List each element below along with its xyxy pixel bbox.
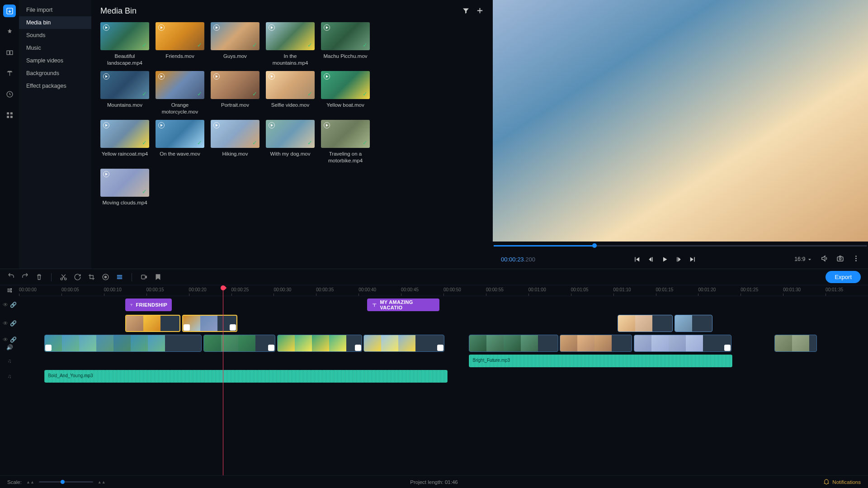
media-item[interactable]: ✓Hiking.mov xyxy=(211,120,259,164)
audio-track-1[interactable]: Bright_Future.mp3 xyxy=(19,353,868,369)
overlay-clip[interactable] xyxy=(125,315,180,332)
preview-menu-icon[interactable] xyxy=(852,255,860,264)
video-clip[interactable] xyxy=(774,335,817,352)
filter-icon[interactable] xyxy=(462,7,470,16)
more-icon[interactable] xyxy=(3,109,16,121)
track-margin: 👁🔗 👁🔗 👁🔗🔊 ♫ ♫ xyxy=(0,285,19,475)
title-track-visible-icon[interactable]: 👁 xyxy=(3,302,8,308)
sidebar-item-effect-packages[interactable]: Effect packages xyxy=(19,80,91,92)
media-item[interactable]: ✓Moving clouds.mp4 xyxy=(100,169,149,206)
history-icon[interactable] xyxy=(3,88,16,100)
overlay-clip[interactable] xyxy=(618,315,673,332)
snapshot-icon[interactable] xyxy=(836,255,844,264)
title-track-lock-icon[interactable]: 🔗 xyxy=(10,302,17,308)
sidebar-item-sounds[interactable]: Sounds xyxy=(19,29,91,42)
timeline-ruler[interactable]: 00:00:0000:00:0500:00:1000:00:1500:00:20… xyxy=(19,285,868,296)
volume-icon[interactable] xyxy=(821,255,828,264)
svg-point-9 xyxy=(839,258,841,260)
preview-panel: 00:00:23.200 16:9 xyxy=(493,0,868,269)
media-item[interactable]: ✓Yellow boat.mov xyxy=(321,71,370,115)
media-item[interactable]: ✓In the mountains.mp4 xyxy=(266,22,315,66)
overlay-track-visible-icon[interactable]: 👁 xyxy=(3,320,8,327)
crop-icon[interactable] xyxy=(88,273,95,281)
delete-icon[interactable] xyxy=(35,273,43,281)
overlay-track-lock-icon[interactable]: 🔗 xyxy=(10,320,17,327)
title-clip[interactable]: MY AMAZING VACATIO xyxy=(367,298,439,311)
zoom-in-icon[interactable]: ▲▲ xyxy=(98,480,106,484)
audio2-track-mute-icon[interactable]: ♫ xyxy=(8,373,12,379)
overlay-clip[interactable] xyxy=(675,315,713,332)
svg-point-18 xyxy=(10,288,11,289)
step-back-icon[interactable] xyxy=(647,256,655,263)
sidebar-item-file-import[interactable]: File import xyxy=(19,4,91,16)
video-track-mute-icon[interactable]: 🔊 xyxy=(6,344,13,351)
title-clip[interactable]: FRIENDSHIP xyxy=(125,298,172,311)
svg-point-12 xyxy=(855,260,857,261)
media-item[interactable]: ✓Guys.mov xyxy=(211,22,259,66)
video-clip[interactable] xyxy=(277,335,362,352)
media-item[interactable]: ✓On the wave.mov xyxy=(156,120,204,164)
video-clip[interactable] xyxy=(203,335,276,352)
marker-icon[interactable] xyxy=(154,273,162,281)
sidebar-item-music[interactable]: Music xyxy=(19,42,91,54)
rotate-icon[interactable] xyxy=(74,273,81,281)
play-icon[interactable] xyxy=(661,256,669,263)
media-item[interactable]: ✓Portrait.mov xyxy=(211,71,259,115)
preview-video[interactable] xyxy=(493,0,868,242)
title-track[interactable]: FRIENDSHIPMY AMAZING VACATIO xyxy=(19,296,868,313)
export-button[interactable]: Export xyxy=(826,271,861,283)
skip-end-icon[interactable] xyxy=(689,256,697,263)
add-icon[interactable] xyxy=(476,7,484,16)
video-track[interactable] xyxy=(19,333,868,353)
audio-clip[interactable]: Bright_Future.mp3 xyxy=(469,355,732,367)
overlay-clip[interactable] xyxy=(182,315,237,332)
media-item[interactable]: ✓Mountains.mov xyxy=(100,71,149,115)
audio-clip[interactable]: Bold_And_Young.mp3 xyxy=(44,370,448,383)
effects-icon[interactable] xyxy=(3,25,16,38)
aspect-ratio[interactable]: 16:9 xyxy=(794,256,812,262)
record-icon[interactable] xyxy=(140,273,148,281)
video-clip[interactable] xyxy=(560,335,632,352)
undo-icon[interactable] xyxy=(7,273,15,281)
media-item[interactable]: ✓Machu Picchu.mov xyxy=(321,22,370,66)
video-clip[interactable] xyxy=(363,335,444,352)
skip-start-icon[interactable] xyxy=(633,256,641,263)
media-item[interactable]: ✓Traveling on a motorbike.mp4 xyxy=(321,120,370,164)
audio1-track-mute-icon[interactable]: ♫ xyxy=(8,358,12,364)
color-icon[interactable] xyxy=(102,273,109,281)
overlay-track[interactable] xyxy=(19,313,868,333)
sidebar-list: File import Media bin Sounds Music Sampl… xyxy=(19,0,91,269)
media-item[interactable]: ✓With my dog.mov xyxy=(266,120,315,164)
titles-icon[interactable] xyxy=(3,67,16,80)
media-item[interactable]: ✓Friends.mov xyxy=(156,22,204,66)
video-clip[interactable] xyxy=(634,335,731,352)
video-track-lock-icon[interactable]: 🔗 xyxy=(10,336,17,343)
media-item[interactable]: ✓Orange motorcycle.mov xyxy=(156,71,204,115)
transitions-icon[interactable] xyxy=(3,46,16,59)
svg-rect-8 xyxy=(837,257,843,261)
svg-rect-4 xyxy=(7,112,9,114)
zoom-out-icon[interactable]: ▲▲ xyxy=(26,480,34,484)
svg-rect-7 xyxy=(10,115,12,118)
import-icon[interactable] xyxy=(3,5,16,17)
redo-icon[interactable] xyxy=(21,273,29,281)
notifications-button[interactable]: Notifications xyxy=(823,479,861,485)
cut-icon[interactable] xyxy=(60,273,67,281)
scale-slider[interactable] xyxy=(39,481,93,483)
video-clip[interactable] xyxy=(469,335,558,352)
sidebar-item-backgrounds[interactable]: Backgrounds xyxy=(19,67,91,80)
media-item[interactable]: ✓Beautiful landscape.mp4 xyxy=(100,22,149,66)
timeline-toolbar: Export xyxy=(0,269,868,285)
video-track-visible-icon[interactable]: 👁 xyxy=(3,336,8,343)
video-clip[interactable] xyxy=(44,335,201,352)
audio-track-2[interactable]: Bold_And_Young.mp3 xyxy=(19,369,868,384)
track-settings-icon[interactable] xyxy=(6,287,13,295)
properties-icon[interactable] xyxy=(116,273,123,281)
preview-progress[interactable] xyxy=(493,242,868,250)
playhead[interactable] xyxy=(223,285,223,475)
sidebar-item-media-bin[interactable]: Media bin xyxy=(19,16,91,29)
media-item[interactable]: ✓Selfie video.mov xyxy=(266,71,315,115)
media-item[interactable]: ✓Yellow raincoat.mp4 xyxy=(100,120,149,164)
sidebar-item-sample-videos[interactable]: Sample videos xyxy=(19,54,91,67)
step-fwd-icon[interactable] xyxy=(675,256,683,263)
